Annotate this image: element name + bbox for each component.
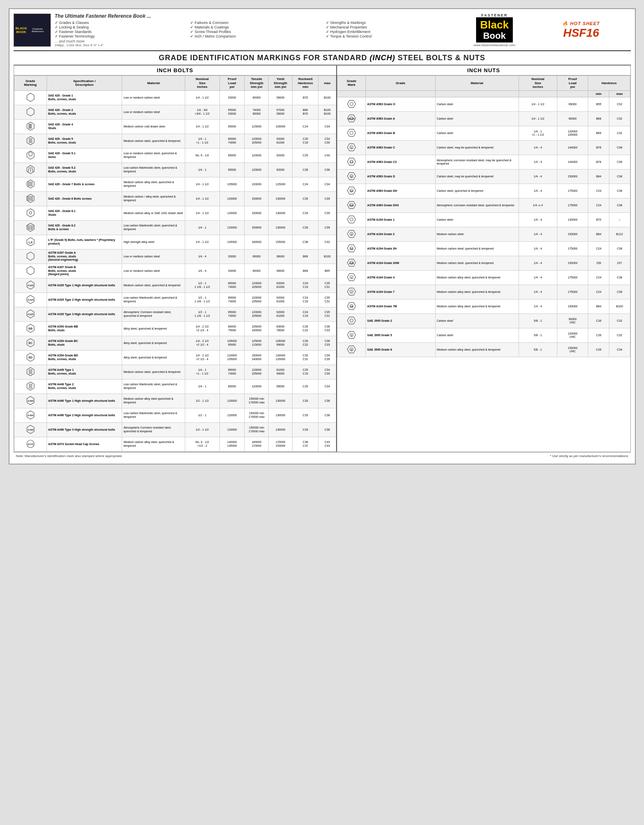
bolt-row: SAE 429 - Grade 8 Bolts screws Medium ca… (14, 191, 336, 206)
bolt-mark-icon: A490 (14, 422, 47, 437)
svg-marker-0 (27, 93, 34, 101)
nut-grade: SAE J995 Grade 8 (366, 343, 436, 357)
nut-proof: 150000 (557, 227, 588, 242)
bolt-spec: ASTM A307 Grade ABolts, screws, studs(Ge… (47, 249, 122, 264)
nut-nom-size: 1/4 - 4 (519, 170, 557, 184)
tables-container: INCH BOLTS GradeMarking Specification /D… (14, 65, 631, 452)
nut-hard-max: 237 (609, 256, 630, 271)
svg-text:8: 8 (351, 349, 352, 351)
bolt-material: Alloy steel, quenched & tempered (122, 336, 185, 350)
bolt-tensile: 120000105000 (245, 134, 269, 148)
nut-grade: ASTM A563 Grade DH3 (366, 198, 436, 213)
nut-hard-min: B69 (588, 126, 609, 141)
bolt-row: A325 ASTM A325 Type 3 High strength stru… (14, 307, 336, 321)
nut-row: 5 SAE J995 Grade 5 Carbon steel 5/8 - 1 … (337, 328, 630, 343)
nut-hard-min: C24 (588, 271, 609, 285)
svg-text:BD: BD (28, 356, 33, 359)
bolt-rock-min: C25 (293, 379, 318, 394)
bolt-rock-min: C33 (293, 191, 318, 206)
bolt-mark-icon: BD (14, 350, 47, 365)
th-rock-min: RockwellHardnessmin (293, 76, 318, 91)
nut-row: DH ASTM A563 Grade DH Carbon steel, quen… (337, 184, 630, 198)
bolt-material: Low carbon Martensitic steel, quenched &… (122, 220, 185, 235)
nut-proof: 69000 (557, 97, 588, 112)
bolt-proof: 33000 (219, 90, 245, 105)
bolt-nom-size: 1/4 - 2 1/2>2 1/2 - 4 (185, 336, 219, 350)
bolt-spec: ASTM A307 Grade BBolts, screws, studs(fl… (47, 264, 122, 278)
bolt-row: ASTM A307 Grade BBolts, screws, studs(fl… (14, 264, 336, 278)
bolt-proof: 120000 (219, 422, 245, 437)
nut-grade: ASTM A563 Grade A (366, 112, 436, 126)
nut-material: Medium carbon steel, quenched & tempered (435, 242, 519, 256)
bolt-proof: 120000 (219, 220, 245, 235)
nuts-header: INCH NUTS (337, 66, 630, 75)
nut-hard-max: C32 (609, 126, 630, 141)
bolt-proof: 120000 (219, 191, 245, 206)
bolts-table: GradeMarking Specification /Description … (14, 75, 337, 452)
bolt-nom-size: 1/4 - 2 1/2>2 1/2 - 4 (185, 350, 219, 365)
nut-hard-max: C38 (609, 271, 630, 285)
more-text: ... and much more (55, 39, 458, 43)
bolt-material: Medium carbon steel, quenched & tempered (122, 365, 185, 379)
bolt-rock-min: C26C22 (293, 336, 318, 350)
bolt-row: SAE 429 - Grade 8.2Bolts & screws Low ca… (14, 220, 336, 235)
th-grade-marking: GradeMarking (14, 76, 47, 91)
bolt-rock-max: C36 (318, 163, 336, 177)
bolt-material: Medium carbon steel, quenched & tempered (122, 278, 185, 292)
bolt-row: ASTM A307 Grade ABolts, screws, studs(Ge… (14, 249, 336, 264)
bolt-rock-max: C36C33 (318, 336, 336, 350)
bolt-tensile: 133000 (245, 177, 269, 191)
main-title: GRADE IDENTIFICATION MARKINGS FOR STANDA… (14, 50, 631, 65)
bolt-spec: ASTM A574 Socket Head Cap Screws (47, 437, 122, 451)
bolt-mark-icon: A325 (14, 278, 47, 292)
bolt-tensile: 120000 (245, 379, 269, 394)
bolt-row: A490 ASTM A490 Type 1 High strength stru… (14, 394, 336, 408)
bolt-rock-min: C24C19 (293, 292, 318, 307)
bolt-yield: 58000 (269, 379, 293, 394)
nut-row: ASTM A194 Grade 1 Carbon steel 1/4 - 4 1… (337, 213, 630, 227)
bolt-mark-icon (14, 206, 47, 220)
svg-text:DH3: DH3 (349, 204, 354, 207)
fastener-label: FASTENER (481, 13, 507, 17)
nut-proof: 144000 (557, 155, 588, 170)
bolt-mark-icon (14, 191, 47, 206)
bolt-tensile: 7400060000 (245, 105, 269, 119)
bolt-proof: 85000 (219, 379, 245, 394)
bolt-proof: 33000 (219, 264, 245, 278)
bolt-nom-size: 1/4 - 1 (185, 220, 219, 235)
bolt-tensile: 125000115000 (245, 336, 269, 350)
nut-hard-max: C38 (609, 184, 630, 198)
bolt-material: Low carbon Martensitic steel, quenched &… (122, 379, 185, 394)
nut-mark-icon (337, 126, 366, 141)
bolt-mark-icon: A325 (14, 307, 47, 321)
bolt-rock-max: C35C31 (318, 278, 336, 292)
nut-hard-min: B78 (588, 141, 609, 155)
bolt-spec: SAE 429 - Grade 8.2Bolts & screws (47, 220, 122, 235)
bolt-proof: 8500074000 (219, 292, 245, 307)
nut-mark-icon: 4 (337, 271, 366, 285)
bolt-tensile: 150000140000 (245, 350, 269, 365)
bolt-spec: SAE 429 - Grade 5.2Bolts, screws, studs (47, 163, 122, 177)
bolt-nom-size: No. 6 - 1/2 (185, 148, 219, 163)
bolt-rock-min: C33 (293, 422, 318, 437)
bolt-row: BC ASTM A354 Grade BCBolts, studs Alloy … (14, 336, 336, 350)
nut-material: Carbon steel (435, 314, 519, 328)
bolt-proof: 85000 (219, 148, 245, 163)
bolt-rock-min: C25C19 (293, 365, 318, 379)
bolt-proof: 120000 (219, 206, 245, 220)
bolt-spec: SAE 429 - Grade 8.1Studs (47, 206, 122, 220)
footer: Note: Manufacturer's identification mark… (14, 452, 631, 460)
bolt-row: SAE 429 - Grade 5.1Sems Low or medium ca… (14, 148, 336, 163)
bolt-nom-size: No. 0 - 1/2>1/2 - 2 (185, 437, 219, 451)
nut-mark-icon: C3 (337, 155, 366, 170)
bolt-proof: 10500095000 (219, 336, 245, 350)
bolt-mark-icon (14, 249, 47, 264)
bolt-material: Low or medium carbon steel (122, 249, 185, 264)
bolt-tensile: 150000 min170000 max (245, 394, 269, 408)
nut-material: Carbon steel, may be quenched & tempered (435, 170, 519, 184)
bolt-yield: 9200081000 (269, 307, 293, 321)
bolt-nom-size: 1/2 - 11 1/8 - 1 1/2 (185, 307, 219, 321)
bolt-row: L9 L'9" (Grade 9) Bolts, nuts, washers *… (14, 235, 336, 249)
bolt-mark-icon (14, 134, 47, 148)
nut-row: 2H ASTM A194 Grade 2H Medium carbon stee… (337, 242, 630, 256)
